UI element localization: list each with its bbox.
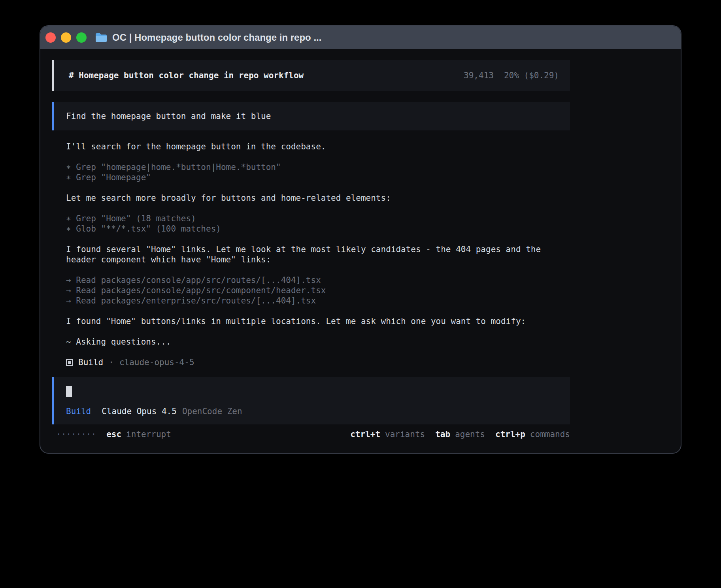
minimize-button[interactable]: [61, 32, 71, 43]
provider-name: OpenCode Zen: [182, 406, 242, 416]
tool-call-read-3: → Read packages/enterprise/src/routes/[.…: [66, 296, 559, 306]
model-name: Claude Opus 4.5: [102, 406, 177, 416]
tool-call-grep-3: ∗ Grep "Home" (18 matches): [66, 213, 559, 224]
folder-icon: [95, 33, 107, 42]
tool-call-grep-2: ∗ Grep "Homepage": [66, 172, 559, 183]
shortcut-variants: ctrl+t variants: [350, 429, 425, 439]
text-cursor: [66, 386, 72, 397]
close-button[interactable]: [45, 32, 56, 43]
terminal-content: # Homepage button color change in repo w…: [40, 49, 681, 453]
titlebar: OC | Homepage button color change in rep…: [40, 26, 681, 49]
prompt-input[interactable]: Build Claude Opus 4.5 OpenCode Zen: [52, 377, 570, 424]
window-controls: [45, 32, 87, 43]
tool-call-grep-1: ∗ Grep "homepage|home.*button|Home.*butt…: [66, 162, 559, 172]
esc-key-label: interrupt: [126, 429, 171, 439]
agent-status-line: Build · claude-opus-4-5: [66, 357, 559, 368]
status-line: ~ Asking questions...: [66, 337, 559, 347]
zoom-button[interactable]: [76, 32, 87, 43]
agent-model: claude-opus-4-5: [119, 357, 194, 368]
session-header: # Homepage button color change in repo w…: [52, 60, 570, 91]
conversation: I'll search for the homepage button in t…: [66, 141, 559, 368]
context-cost: 20% ($0.29): [504, 70, 559, 81]
tool-call-read-2: → Read packages/console/app/src/componen…: [66, 285, 559, 296]
keyboard-shortcuts: ctrl+t variants tab agents ctrl+p comman…: [350, 429, 570, 439]
shortcut-commands: ctrl+p commands: [495, 429, 570, 439]
shortcut-label: agents: [455, 429, 485, 439]
status-bar: ········ esc interrupt ctrl+t variants t…: [52, 429, 570, 439]
spinner-dots: ········: [56, 429, 96, 439]
interrupt-hint: esc interrupt: [106, 429, 171, 439]
user-message: Find the homepage button and make it blu…: [52, 102, 570, 130]
tool-call-read-1: → Read packages/console/app/src/routes/[…: [66, 275, 559, 285]
window-title-group: OC | Homepage button color change in rep…: [95, 32, 321, 43]
terminal-window: OC | Homepage button color change in rep…: [40, 25, 681, 454]
shortcut-label: variants: [385, 429, 425, 439]
shortcut-key: tab: [435, 429, 450, 439]
window-title: OC | Homepage button color change in rep…: [112, 32, 321, 43]
shortcut-key: ctrl+p: [495, 429, 525, 439]
agent-name: Build: [78, 357, 103, 368]
assistant-text: Let me search more broadly for buttons a…: [66, 193, 559, 203]
assistant-text: I found "Home" buttons/links in multiple…: [66, 316, 559, 326]
assistant-text: I'll search for the homepage button in t…: [66, 141, 559, 152]
agent-icon: [66, 359, 73, 366]
agent-mode-badge: Build: [66, 406, 91, 416]
agent-separator: ·: [109, 357, 114, 368]
input-meta: Build Claude Opus 4.5 OpenCode Zen: [66, 406, 559, 416]
shortcut-agents: tab agents: [435, 429, 485, 439]
token-count: 39,413: [464, 70, 494, 81]
session-stats: 39,413 20% ($0.29): [464, 70, 559, 81]
esc-key-hint: esc: [106, 429, 121, 439]
assistant-text: I found several "Home" links. Let me loo…: [66, 244, 559, 265]
session-title: # Homepage button color change in repo w…: [69, 70, 304, 81]
shortcut-label: commands: [530, 429, 570, 439]
tool-call-glob-1: ∗ Glob "**/*.tsx" (100 matches): [66, 224, 559, 234]
shortcut-key: ctrl+t: [350, 429, 380, 439]
user-message-text: Find the homepage button and make it blu…: [66, 111, 271, 121]
